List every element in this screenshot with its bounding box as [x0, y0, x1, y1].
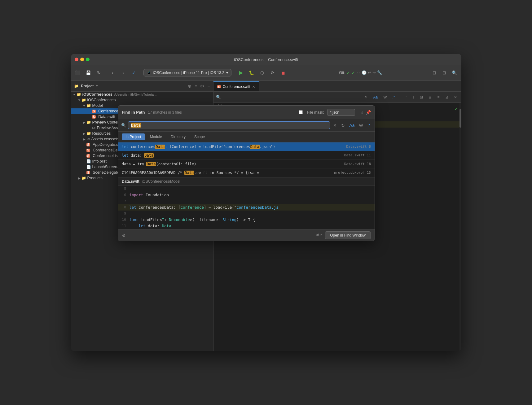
scrollbar-thumb[interactable] — [459, 109, 461, 128]
close-editor-search-icon[interactable]: ✕ — [452, 94, 459, 100]
tab-close-icon[interactable]: ✕ — [252, 85, 255, 89]
save-icon[interactable]: 💾 — [84, 68, 93, 77]
preview-line-10: 10 func loadFile<T: Decodable>(_ filenam… — [118, 217, 375, 223]
collapse-icon[interactable]: − — [207, 84, 210, 89]
result-file-4: project.pbxproj 15 — [334, 171, 371, 175]
git-history-icon[interactable]: 🕐 — [362, 70, 367, 75]
word-icon[interactable]: W — [381, 94, 389, 100]
maximize-button[interactable] — [86, 58, 90, 61]
device-selector[interactable]: 📱 iOSConferences | iPhone 11 Pro | iOS 1… — [143, 69, 231, 76]
git-check-icon[interactable]: ✓ — [346, 70, 350, 75]
filter-icon[interactable]: ≡ — [195, 84, 197, 89]
regex-search-icon[interactable]: .* — [366, 122, 372, 129]
folder-icon: 📁 — [81, 176, 86, 180]
refresh-search-icon[interactable]: ↻ — [363, 94, 369, 100]
find-search-input[interactable]: Data — [128, 121, 330, 129]
run-button[interactable]: ▶ — [237, 68, 245, 77]
back-icon[interactable]: ‹ — [108, 68, 117, 77]
tree-label: iOSConferences — [87, 98, 116, 102]
assets-icon: 🗂 — [86, 137, 90, 141]
result-code-4: C1C4F6A95E8A0A1DAA9BDFAD /* Data.swift i… — [122, 171, 331, 175]
filter-results-icon[interactable]: ⊿ — [443, 94, 450, 100]
tree-item-project[interactable]: ▼ 📁 iOSConferences — [71, 97, 213, 103]
add-icon[interactable]: ⊕ — [188, 84, 191, 89]
git-label: Git: — [339, 70, 345, 75]
tab-swift-icon: S — [217, 85, 221, 88]
nav-left-icon[interactable]: ⬛ — [73, 68, 82, 77]
search-icon[interactable]: 🔍 — [450, 68, 459, 77]
scrollbar-track[interactable] — [459, 103, 461, 351]
line-number: 10 — [118, 217, 129, 223]
file-mask-checkbox[interactable] — [299, 110, 303, 114]
traffic-lights — [75, 58, 90, 61]
inspector-icon[interactable]: ⊡ — [440, 68, 449, 77]
tab-label: Conference.swift — [223, 85, 250, 89]
line-number: 11 — [118, 223, 129, 229]
stop-icon[interactable]: ◼ — [279, 68, 288, 77]
split-icon[interactable]: ⊞ — [427, 94, 433, 100]
preview-code: 5 6 import Foundation 7 8 let conference… — [118, 186, 375, 229]
next-result-icon[interactable]: ↓ — [411, 94, 416, 100]
breakpoint-icon[interactable]: ⬡ — [258, 68, 266, 77]
line-number: 7 — [118, 198, 129, 204]
clear-search-icon[interactable]: ✕ — [332, 122, 338, 129]
find-tab-module[interactable]: Module — [146, 133, 166, 140]
find-preview: Data.swift iOSConferences/Model 5 6 impo… — [118, 177, 375, 229]
settings-icon[interactable]: ⚙ — [122, 233, 126, 238]
preview-line-7: 7 — [118, 198, 375, 204]
open-find-window-button[interactable]: Open in Find Window — [325, 231, 371, 239]
refresh-icon[interactable]: ↻ — [95, 68, 103, 77]
pin-icon[interactable]: 📌 — [366, 110, 371, 115]
find-tab-in-project[interactable]: In Project — [122, 133, 145, 140]
align-icon[interactable]: ≡ — [435, 94, 441, 100]
sidebar-header: 📁 Project ▾ ⊕ ≡ ⚙ − — [71, 81, 213, 92]
highlight-4: Data — [184, 171, 194, 175]
find-tab-scope[interactable]: Scope — [191, 133, 209, 140]
tab-conference-swift[interactable]: S Conference.swift ✕ — [213, 81, 259, 91]
layout-icon[interactable]: ⊟ — [430, 68, 439, 77]
instrument-icon[interactable]: ⟳ — [268, 68, 277, 77]
search-history-icon[interactable]: ↻ — [340, 122, 346, 129]
highlight-1b: Data — [250, 145, 260, 149]
prev-result-icon[interactable]: ↑ — [403, 94, 409, 100]
forward-icon[interactable]: › — [119, 68, 128, 77]
line-number: 9 — [118, 211, 129, 217]
file-mask-input[interactable]: *.json — [327, 109, 355, 116]
divider-2 — [141, 70, 141, 76]
check-icon[interactable]: ✓ — [130, 68, 138, 77]
whole-word-icon[interactable]: W — [358, 122, 364, 129]
regex-icon[interactable]: .* — [390, 94, 397, 100]
search-small-icon[interactable]: 🔍 — [216, 95, 221, 99]
line-content: let conferencesData: [Conference] = load… — [129, 204, 375, 211]
arrow-icon: ▼ — [72, 93, 77, 96]
git-settings-icon[interactable]: 🔧 — [377, 70, 382, 75]
debug-icon[interactable]: 🐛 — [247, 68, 256, 77]
case-icon[interactable]: Aa — [371, 94, 380, 100]
case-sensitive-icon[interactable]: Aa — [348, 122, 356, 129]
tree-label: Preview Content — [92, 120, 121, 124]
wrap-icon[interactable]: ⊡ — [418, 94, 425, 100]
git-commit-icon[interactable]: ✓ — [351, 70, 355, 75]
sidebar-icons: ⊕ ≡ ⚙ − — [188, 84, 210, 89]
filter-icon[interactable]: ⊿ — [360, 110, 364, 115]
plist-icon: 📄 — [86, 159, 91, 163]
search-query: Data — [131, 123, 141, 128]
close-button[interactable] — [75, 58, 78, 61]
find-tab-directory[interactable]: Directory — [167, 133, 189, 140]
result-row-2[interactable]: let data: Data Data.swift 11 — [118, 151, 375, 160]
result-row-3[interactable]: data = try Data(contentsOf: file) Data.s… — [118, 160, 375, 168]
tree-label: Data.swift — [98, 115, 115, 119]
file-mask-label: File mask: — [307, 110, 324, 115]
device-label: iOSConferences | iPhone 11 Pro | iOS 13.… — [153, 71, 224, 75]
tree-item-root[interactable]: ▼ 📁 iOSConferences /Users/jsmith/Swift/T… — [71, 92, 213, 97]
result-row-4[interactable]: C1C4F6A95E8A0A1DAA9BDFAD /* Data.swift i… — [118, 168, 375, 177]
minimize-button[interactable] — [80, 58, 84, 61]
settings-gear-icon[interactable]: ⚙ — [200, 84, 204, 89]
arrow-icon: ▶ — [82, 132, 86, 135]
git-redo-icon[interactable]: ↪ — [372, 70, 376, 75]
preview-line-6: 6 import Foundation — [118, 192, 375, 198]
git-diff-icon[interactable]: ↔ — [356, 70, 360, 75]
result-row-1[interactable]: let conferencesData: [Conference] = load… — [118, 142, 375, 151]
git-undo-icon[interactable]: ↩ — [368, 70, 371, 75]
chevron-down-icon: ▾ — [226, 71, 228, 75]
